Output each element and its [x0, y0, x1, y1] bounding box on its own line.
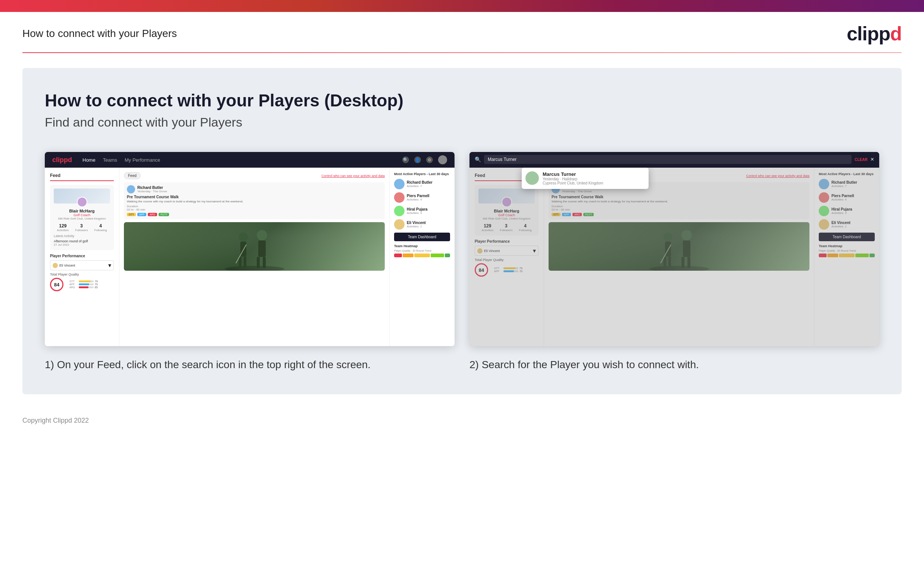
golf-silhouette-right: [646, 226, 713, 271]
feed-tab-right-bg: Feed Blair McHarg Golf Coach Mill Ride G…: [469, 168, 879, 346]
profile-avatar-left: [77, 197, 87, 207]
player-avatar-richard: [394, 179, 405, 189]
search-result-dropdown[interactable]: Marcus Turner Yesterday · Haildrarp Cypr…: [522, 168, 649, 189]
screenshots-row: clippd Home Teams My Performance 🔍 👤 ⚙: [45, 152, 879, 372]
header: How to connect with your Players clippd: [0, 12, 924, 52]
nav-teams-left[interactable]: Teams: [103, 157, 117, 163]
player-select-left[interactable]: Eli Vincent ▾: [50, 260, 114, 270]
nav-icons-left: 🔍 👤 ⚙: [402, 155, 447, 164]
stat-followers: 3 Followers: [75, 223, 88, 232]
heatmap-bar-left: [394, 253, 450, 257]
svg-point-1: [239, 233, 248, 242]
search-bar-container: 🔍 Marcus Turner CLEAR ×: [469, 152, 879, 167]
player-row-piers: Piers Parnell Activities: 4: [394, 192, 450, 203]
search-close-button[interactable]: ×: [871, 156, 874, 163]
svg-point-0: [225, 266, 284, 271]
svg-rect-8: [263, 257, 266, 268]
feed-tab-left: Feed Blair McHarg Golf Coach Mill Ride G…: [45, 168, 455, 346]
stat-bars-left: OTT 79 APP 70 ARG: [70, 280, 98, 289]
svg-rect-17: [681, 257, 685, 268]
profile-banner-left: [54, 188, 110, 203]
svg-rect-18: [688, 257, 690, 268]
screenshot-panel-right: 🔍 Marcus Turner CLEAR × Marcus Turner Ye…: [469, 152, 879, 372]
svg-point-15: [681, 230, 692, 240]
nav-logo-left: clippd: [52, 156, 72, 164]
player-row-hiral: Hiral Pujara Activities: 3: [394, 206, 450, 216]
profile-stats-left: 129 Activities 3 Followers 4 Following: [54, 223, 110, 232]
caption-step1: 1) On your Feed, click on the search ico…: [45, 357, 455, 372]
svg-point-5: [257, 230, 267, 240]
activity-card-left: Richard Butler Yesterday · The Grove Pre…: [124, 182, 385, 219]
search-result-item-marcus[interactable]: Marcus Turner Yesterday · Haildrarp Cypr…: [526, 171, 645, 185]
search-overlay-dim: Feed Blair McHarg Golf Coach Mill Ride G…: [469, 168, 879, 346]
app-right-left: Most Active Players - Last 30 days Richa…: [389, 168, 455, 346]
svg-point-11: [663, 233, 673, 242]
activity-user-left: Richard Butler Yesterday · The Grove: [127, 185, 382, 193]
svg-rect-16: [683, 240, 690, 257]
stat-activities: 129 Activities: [57, 223, 69, 232]
score-circle-left: 84: [50, 278, 63, 291]
svg-rect-14: [668, 257, 671, 267]
profile-club-left: Mill Ride Golf Club, United Kingdom: [54, 217, 110, 220]
caption-step2: 2) Search for the Player you wish to con…: [469, 357, 879, 372]
player-avatar-piers: [394, 192, 405, 203]
header-divider: [23, 52, 901, 53]
player-sel-avatar-left: [53, 263, 58, 268]
search-clear-button[interactable]: CLEAR: [854, 157, 867, 162]
svg-rect-7: [257, 257, 260, 268]
top-gradient-bar: [0, 0, 924, 12]
duration-left: Duration 02 hr : 00 min: [127, 205, 382, 211]
feed-label-left: Feed: [50, 173, 114, 181]
team-dashboard-button-left[interactable]: Team Dashboard: [394, 233, 450, 241]
player-avatar-eli: [394, 219, 405, 230]
player-avatar-hiral: [394, 206, 405, 216]
svg-rect-4: [244, 257, 246, 267]
app-sidebar-left: Feed Blair McHarg Golf Coach Mill Ride G…: [45, 168, 120, 346]
app-main-left: Feed Control who can see your activity a…: [120, 168, 389, 346]
copyright-text: Copyright Clippd 2022: [23, 417, 89, 424]
main-title: How to connect with your Players (Deskto…: [45, 90, 879, 110]
search-magnifier-icon: 🔍: [475, 156, 481, 162]
profile-name-left: Blair McHarg: [54, 209, 110, 213]
player-row-eli: Eli Vincent Activities: 1: [394, 219, 450, 230]
tpq-label-left: Total Player Quality: [50, 273, 114, 276]
golf-image-left: [124, 222, 385, 271]
svg-point-10: [649, 266, 709, 271]
main-subtitle: Find and connect with your Players: [45, 115, 879, 130]
svg-rect-13: [663, 257, 666, 267]
page-title: How to connect with your Players: [23, 28, 177, 40]
act-tags-left: OTT APP ARG PUTT: [127, 213, 382, 216]
screenshot-panel-left: clippd Home Teams My Performance 🔍 👤 ⚙: [45, 152, 455, 372]
stat-following: 4 Following: [94, 223, 107, 232]
footer: Copyright Clippd 2022: [0, 409, 924, 432]
app-screenshot-left: clippd Home Teams My Performance 🔍 👤 ⚙: [45, 152, 455, 346]
profile-card-left: Blair McHarg Golf Coach Mill Ride Golf C…: [50, 185, 114, 250]
nav-home-left[interactable]: Home: [83, 157, 95, 163]
svg-rect-3: [239, 257, 241, 267]
player-performance-label-left: Player Performance: [50, 254, 114, 258]
user-avatar-nav-left[interactable]: [438, 155, 447, 164]
tpq-row: 84 OTT 79 APP 70: [50, 278, 114, 291]
following-button-left[interactable]: Feed: [124, 172, 141, 179]
app-screenshot-right: 🔍 Marcus Turner CLEAR × Marcus Turner Ye…: [469, 152, 879, 346]
nav-myperformance-left[interactable]: My Performance: [125, 157, 160, 163]
following-bar-left: Feed Control who can see your activity a…: [124, 172, 385, 179]
search-icon-left[interactable]: 🔍: [402, 156, 409, 163]
player-row-richard: Richard Butler Activities: 7: [394, 179, 450, 189]
settings-icon-left[interactable]: ⚙: [426, 156, 433, 163]
app-nav-left: clippd Home Teams My Performance 🔍 👤 ⚙: [45, 152, 455, 168]
profile-role-left: Golf Coach: [54, 213, 110, 217]
control-link-left[interactable]: Control who can see your activity and da…: [321, 174, 385, 178]
act-avatar-richard: [127, 185, 135, 193]
golf-silhouette-left: [221, 226, 288, 271]
svg-rect-6: [258, 240, 266, 257]
search-input-right[interactable]: Marcus Turner: [484, 155, 851, 164]
clippd-logo: clippd: [847, 23, 901, 45]
app-sidebar-right: Feed Blair McHarg Golf Coach Mill Ride G…: [469, 168, 544, 346]
profile-icon-left[interactable]: 👤: [414, 156, 421, 163]
search-result-avatar: [526, 171, 539, 185]
main-content-area: How to connect with your Players (Deskto…: [23, 68, 901, 394]
